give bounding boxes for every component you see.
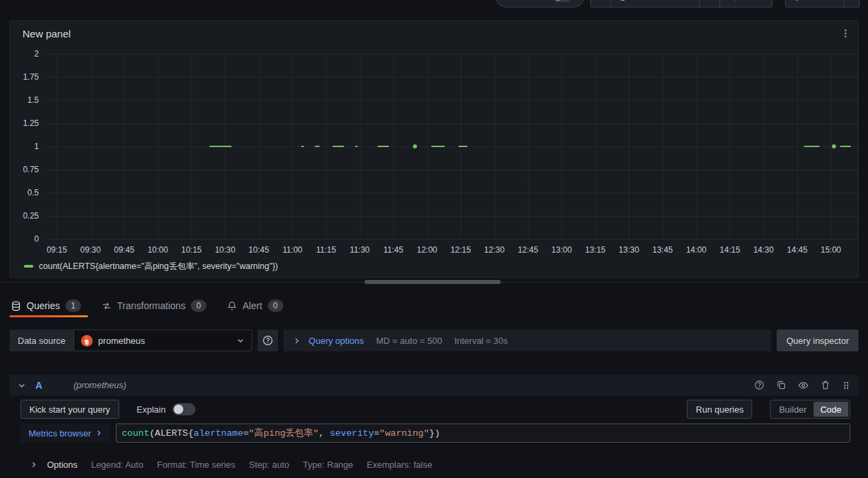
y-axis-tick: 0.25 <box>10 211 39 221</box>
time-range-label: Last 6 hours <box>632 0 681 2</box>
x-axis-tick: 11:00 <box>275 245 310 255</box>
y-axis-tick: 2 <box>10 49 39 59</box>
time-range-picker[interactable]: Last 6 hours <box>611 0 700 7</box>
series-segment <box>315 146 320 147</box>
metrics-browser-label: Metrics browser <box>29 428 91 439</box>
tab-count-badge: 0 <box>268 300 283 312</box>
panel-menu-button[interactable] <box>839 27 852 40</box>
editor-tabs: Queries 1 Transformations 0 Alert 0 <box>10 296 290 316</box>
tab-queries[interactable]: Queries 1 <box>10 296 88 316</box>
x-axis-tick: 11:15 <box>309 245 344 255</box>
drag-handle[interactable] <box>842 381 850 390</box>
refresh-button[interactable]: Refresh <box>786 0 844 7</box>
promql-expression: count(ALERTS{alertname="高ping丢包率", sever… <box>122 427 440 439</box>
series-point <box>832 144 836 148</box>
chevron-down-icon <box>236 336 245 345</box>
datasource-value: prometheus <box>98 336 231 346</box>
metrics-browser-link[interactable]: Metrics browser <box>20 424 110 443</box>
refresh-label: Refresh <box>805 0 837 2</box>
run-queries-button[interactable]: Run queries <box>687 400 752 419</box>
x-axis-tick: 10:15 <box>174 245 209 255</box>
plot-area[interactable] <box>46 54 858 239</box>
panel-preview: New panel 00.250.50.7511.251.51.75209:15… <box>10 20 858 278</box>
duplicate-query-button[interactable] <box>776 380 786 390</box>
x-axis-tick: 09:45 <box>106 245 142 255</box>
panel-header[interactable]: New panel <box>10 21 858 46</box>
series-segment <box>301 146 303 147</box>
grip-dots-icon <box>842 381 850 390</box>
editor-mode-switch: Builder Code <box>770 400 850 419</box>
time-shift-back-button[interactable]: « <box>591 0 611 7</box>
pane-resizer-handle[interactable] <box>365 280 501 284</box>
tab-count-badge: 0 <box>191 300 206 312</box>
explain-toggle[interactable] <box>172 403 196 415</box>
time-series-chart: 00.250.50.7511.251.51.75209:1509:3009:45… <box>10 47 858 259</box>
option-step: Step: auto <box>249 460 289 470</box>
query-help-button[interactable] <box>754 380 764 390</box>
series-segment <box>804 146 820 147</box>
time-shift-forward-button[interactable]: » <box>700 0 720 7</box>
series-segment <box>332 146 343 147</box>
refresh-icon <box>792 0 801 1</box>
x-axis-tick: 14:30 <box>746 245 781 255</box>
x-axis-tick: 15:00 <box>813 245 848 255</box>
query-options-toggle[interactable]: Query options <box>293 336 364 346</box>
chevron-down-icon <box>851 0 855 1</box>
x-axis-tick: 09:15 <box>39 245 74 255</box>
query-inspector-button[interactable]: Query inspector <box>777 330 858 351</box>
table-view-label: Table view <box>506 0 547 2</box>
table-view-switch[interactable] <box>553 0 572 2</box>
tab-count-badge: 1 <box>65 300 81 312</box>
tab-label: Transformations <box>117 300 186 311</box>
legend-item[interactable]: count(ALERTS{alertname="高ping丢包率", sever… <box>24 259 278 273</box>
database-icon <box>11 301 21 311</box>
x-axis-tick: 13:00 <box>544 245 579 255</box>
query-options-bar: Query options MD = auto = 500 Interval =… <box>283 330 771 351</box>
y-axis-tick: 1.25 <box>10 118 39 128</box>
y-axis-tick: 1 <box>10 142 39 151</box>
refresh-interval-dropdown[interactable] <box>844 0 862 7</box>
x-axis-tick: 09:30 <box>73 245 108 255</box>
promql-code-editor[interactable]: count(ALERTS{alertname="高ping丢包率", sever… <box>116 424 850 443</box>
zoom-out-button[interactable] <box>720 0 745 7</box>
x-axis-tick: 12:15 <box>443 245 478 255</box>
delete-query-button[interactable] <box>820 380 831 390</box>
tab-alert[interactable]: Alert 0 <box>226 296 290 316</box>
bell-icon <box>227 301 237 311</box>
x-axis-tick: 13:30 <box>611 245 647 255</box>
x-axis-tick: 14:00 <box>679 245 714 255</box>
x-axis-tick: 10:00 <box>140 245 176 255</box>
chevron-down-icon <box>685 0 692 1</box>
datasource-help-button[interactable] <box>258 330 278 351</box>
query-ref-id: A <box>35 380 74 391</box>
series-segment <box>209 146 232 147</box>
y-axis-tick: 0.75 <box>10 165 39 174</box>
datasource-picker[interactable]: prometheus <box>74 330 252 351</box>
code-mode-option[interactable]: Code <box>813 402 848 417</box>
toggle-knob <box>174 404 183 414</box>
chevron-down-icon <box>18 381 26 389</box>
kick-start-query-button[interactable]: Kick start your query <box>20 400 119 419</box>
tab-transformations[interactable]: Transformations 0 <box>100 296 213 316</box>
query-collapse-toggle[interactable] <box>18 381 35 389</box>
options-collapse-toggle[interactable]: Options <box>30 460 78 470</box>
x-axis-tick: 10:30 <box>207 245 243 255</box>
toggle-query-visibility-button[interactable] <box>798 380 809 391</box>
tab-label: Queries <box>27 300 60 311</box>
builder-mode-option[interactable]: Builder <box>772 402 813 417</box>
chevron-right-icon <box>30 461 37 468</box>
copy-icon <box>776 380 786 390</box>
x-axis-tick: 12:30 <box>477 245 512 255</box>
query-datasource-name: (prometheus) <box>74 380 126 390</box>
series-segment <box>840 146 851 147</box>
panel-title: New panel <box>22 28 71 39</box>
x-axis-tick: 13:45 <box>645 245 681 255</box>
help-circle-icon <box>262 335 273 346</box>
table-view-toggle[interactable]: Table view <box>495 0 585 7</box>
search-icon <box>728 0 737 1</box>
x-axis-tick: 14:15 <box>712 245 747 255</box>
query-code-row: Metrics browser count(ALERTS{alertname="… <box>20 424 850 443</box>
x-axis-tick: 12:45 <box>510 245 546 255</box>
option-format: Format: Time series <box>157 460 235 470</box>
option-legend: Legend: Auto <box>91 460 144 470</box>
